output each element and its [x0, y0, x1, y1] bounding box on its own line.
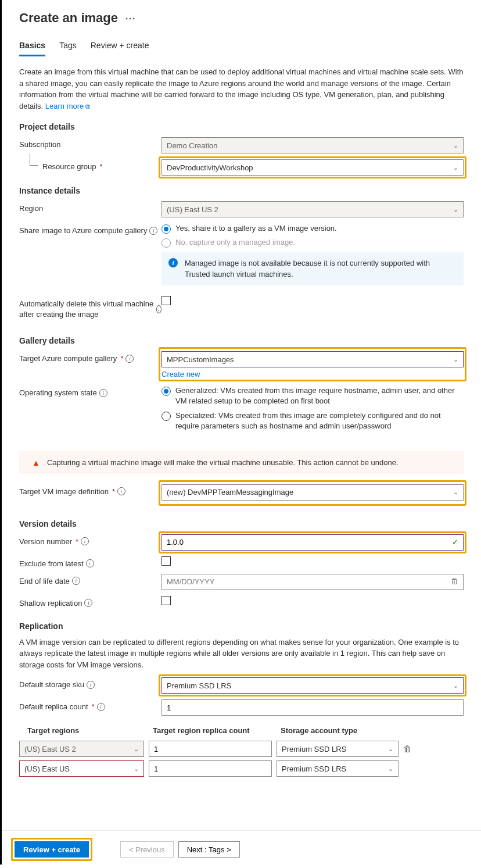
info-icon[interactable]: i [72, 577, 80, 585]
info-icon[interactable]: i [86, 559, 94, 567]
shallow-replication-label: Shallow replication i [19, 596, 161, 608]
info-icon[interactable]: i [149, 227, 157, 235]
exclude-latest-label: Exclude from latest i [19, 556, 161, 568]
os-specialized-label: Specialized: VMs created from this image… [175, 410, 464, 431]
exclude-latest-checkbox[interactable] [161, 556, 171, 566]
trash-icon[interactable]: 🗑 [403, 744, 411, 753]
tab-bar: Basics Tags Review + create [19, 37, 464, 57]
replica-count-row-input[interactable] [149, 741, 272, 757]
subscription-select[interactable]: Demo Creation ⌄ [161, 137, 464, 153]
chevron-down-icon: ⌄ [388, 765, 393, 773]
info-icon[interactable]: i [81, 537, 89, 545]
chevron-down-icon: ⌄ [453, 142, 458, 149]
info-icon[interactable]: i [125, 355, 134, 363]
replication-desc: A VM image version can be replicated to … [19, 637, 464, 671]
share-image-label: Share image to Azure compute gallery i [19, 223, 161, 235]
page-title: Create an image [19, 10, 118, 26]
footer-bar: Review + create < Previous Next : Tags > [2, 830, 481, 865]
target-gallery-select[interactable]: MPPCustomImages ⌄ [161, 351, 464, 367]
info-icon[interactable]: i [84, 599, 92, 607]
table-row: (US) East US ⌄ Premium SSD LRS ⌄ [19, 760, 464, 777]
target-image-def-label: Target VM image definition* i [19, 484, 161, 496]
section-version-details: Version details [19, 519, 464, 528]
info-icon[interactable]: i [117, 487, 125, 495]
os-state-label: Operating system state i [19, 385, 161, 397]
version-number-input[interactable]: ✓ [161, 534, 464, 551]
os-generalized-radio[interactable] [161, 387, 171, 396]
region-label: Region [19, 201, 161, 213]
tab-review[interactable]: Review + create [91, 37, 149, 56]
default-sku-label: Default storage sku i [19, 677, 161, 689]
info-icon[interactable]: i [99, 389, 107, 397]
check-icon: ✓ [452, 538, 458, 546]
resource-group-label: Resource group* [19, 159, 161, 171]
share-yes-label: Yes, share it to a gallery as a VM image… [175, 223, 337, 234]
previous-button: < Previous [120, 841, 174, 858]
chevron-down-icon: ⌄ [453, 206, 458, 213]
calendar-icon: 🗓 [451, 577, 458, 586]
chevron-down-icon: ⌄ [453, 356, 458, 363]
table-row: (US) East US 2 ⌄ Premium SSD LRS ⌄ 🗑 [19, 741, 464, 757]
more-icon[interactable]: ⋯ [125, 12, 136, 24]
default-replica-count-input[interactable] [161, 699, 464, 716]
chevron-down-icon: ⌄ [134, 765, 139, 773]
resource-group-select[interactable]: DevProductivityWorkshop ⌄ [161, 159, 464, 176]
storage-row-select[interactable]: Premium SSD LRS ⌄ [277, 741, 399, 757]
create-new-gallery-link[interactable]: Create new [161, 370, 200, 378]
info-icon[interactable]: i [156, 305, 161, 313]
capture-warning: ▲ Capturing a virtual machine image will… [19, 451, 464, 474]
external-link-icon: ⧉ [85, 102, 90, 112]
autodelete-label: Automatically delete this virtual machin… [19, 296, 161, 320]
storage-row-select[interactable]: Premium SSD LRS ⌄ [277, 760, 399, 777]
chevron-down-icon: ⌄ [453, 488, 458, 496]
intro-text: Create an image from this virtual machin… [19, 66, 464, 112]
eol-date-label: End of life date i [19, 574, 161, 585]
shallow-replication-checkbox[interactable] [161, 596, 171, 605]
target-image-def-select[interactable]: (new) DevMPPTeamMessagingImage ⌄ [161, 484, 464, 501]
info-icon[interactable]: i [97, 703, 105, 711]
default-sku-select[interactable]: Premium SSD LRS ⌄ [161, 677, 464, 694]
review-create-button[interactable]: Review + create [15, 841, 89, 858]
region-select[interactable]: (US) East US 2 ⌄ [161, 201, 464, 217]
next-button[interactable]: Next : Tags > [178, 841, 240, 858]
chevron-down-icon: ⌄ [134, 745, 139, 753]
section-instance-details: Instance details [19, 186, 464, 195]
version-number-label: Version number* i [19, 534, 161, 546]
eol-date-input[interactable]: 🗓 [161, 574, 464, 590]
autodelete-checkbox[interactable] [161, 296, 171, 305]
tab-basics[interactable]: Basics [19, 37, 45, 56]
section-gallery-details: Gallery details [19, 336, 464, 345]
replica-count-row-input[interactable] [149, 760, 272, 777]
share-no-label: No, capture only a managed image. [175, 237, 295, 248]
info-icon: i [168, 258, 178, 267]
info-icon[interactable]: i [87, 681, 95, 689]
replication-table-header: Target regions Target region replica cou… [19, 723, 464, 741]
create-new-imagedef-link[interactable]: Create new [161, 503, 200, 506]
target-gallery-label: Target Azure compute gallery* i [19, 351, 161, 363]
default-replica-count-label: Default replica count* i [19, 699, 161, 711]
share-no-radio [161, 238, 171, 248]
tab-tags[interactable]: Tags [59, 37, 77, 56]
chevron-down-icon: ⌄ [388, 745, 393, 753]
subscription-label: Subscription [19, 137, 161, 149]
chevron-down-icon: ⌄ [453, 164, 458, 172]
section-replication: Replication [19, 621, 464, 631]
region-row-select: (US) East US 2 ⌄ [19, 741, 144, 757]
os-generalized-label: Generalized: VMs created from this image… [175, 385, 464, 406]
managed-image-info: i Managed image is not available because… [161, 252, 464, 285]
share-yes-radio[interactable] [161, 224, 171, 234]
chevron-down-icon: ⌄ [453, 682, 458, 690]
learn-more-link[interactable]: Learn more⧉ [45, 102, 90, 110]
section-project-details: Project details [19, 122, 464, 131]
region-row-select[interactable]: (US) East US ⌄ [19, 760, 144, 777]
warning-icon: ▲ [32, 458, 40, 467]
os-specialized-radio[interactable] [161, 412, 171, 421]
